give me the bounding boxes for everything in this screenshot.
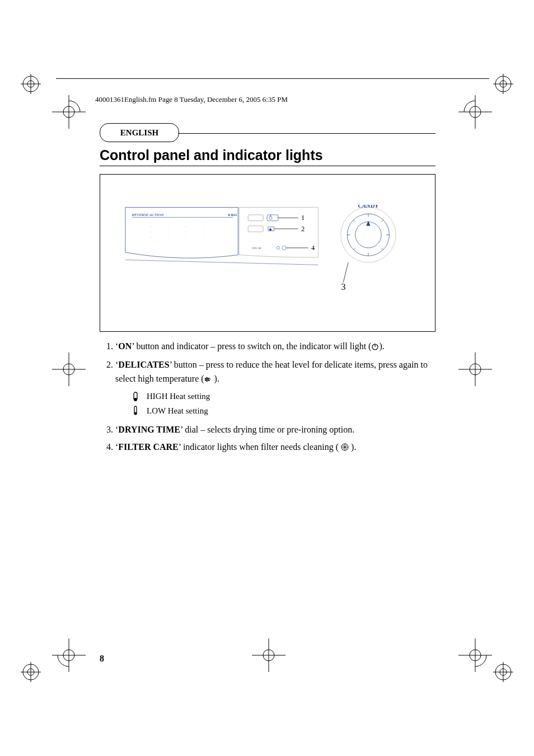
language-rule (178, 133, 435, 134)
svg-text:·: · (203, 236, 204, 238)
svg-text:·: · (151, 236, 151, 238)
svg-point-63 (282, 246, 286, 250)
low-heat-icon (131, 406, 140, 416)
crop-mark-icon (252, 638, 285, 672)
panel-illustration: REVERSE ACTION 6 KG ···· ···· ···· ···· … (106, 205, 430, 300)
crop-mark-icon (458, 638, 492, 672)
svg-text:·: · (151, 220, 151, 223)
svg-text:·: · (185, 236, 186, 238)
low-heat-row: LOW Heat setting (131, 405, 435, 417)
control-panel-diagram: REVERSE ACTION 6 KG ···· ···· ···· ···· … (100, 174, 435, 332)
crop-mark-icon (458, 353, 492, 386)
content-area: ENGLISH Control panel and indicator ligh… (100, 123, 435, 458)
on-label: ON (118, 341, 132, 351)
svg-line-72 (353, 248, 355, 250)
page-number: 8 (100, 654, 104, 664)
registration-mark-icon (20, 73, 42, 95)
svg-line-37 (125, 260, 318, 265)
panel-reverse-action-label: REVERSE ACTION (132, 213, 165, 217)
crop-mark-icon (52, 638, 86, 672)
svg-rect-55 (248, 215, 263, 221)
svg-line-70 (381, 248, 383, 250)
callout-2: 2 (301, 225, 305, 233)
page: 40001361English.fm Page 8 Tuesday, Decem… (0, 0, 534, 756)
svg-point-84 (134, 398, 137, 401)
svg-text:·: · (168, 231, 168, 233)
panel-model-label: CDV 262 (252, 247, 261, 250)
svg-point-57 (269, 217, 272, 219)
header-rule (56, 78, 489, 79)
svg-text:·: · (185, 226, 186, 228)
drying-time-label: DRYING TIME (118, 425, 180, 434)
low-heat-label: LOW Heat setting (147, 405, 208, 417)
svg-text:·: · (203, 231, 204, 233)
page-title: Control panel and indicator lights (100, 147, 435, 163)
crop-mark-icon (52, 95, 86, 129)
crop-mark-icon (52, 353, 86, 386)
delicates-label: DELICATES (118, 360, 169, 369)
svg-text:·: · (185, 220, 186, 223)
language-label: ENGLISH (120, 128, 158, 138)
panel-weight-label: 6 KG (228, 213, 237, 217)
callout-4: 4 (311, 244, 315, 252)
svg-point-86 (134, 412, 137, 415)
language-badge: ENGLISH (100, 123, 179, 142)
list-item: ‘ON’ button and indicator – press to swi… (115, 340, 435, 355)
filter-icon (341, 442, 349, 456)
registration-mark-icon (492, 73, 514, 95)
svg-text:·: · (203, 226, 204, 228)
high-heat-label: HIGH Heat setting (147, 390, 210, 403)
header-filename: 40001361English.fm Page 8 Tuesday, Decem… (95, 95, 478, 104)
list-item: ‘DELICATES’ button – press to reduce the… (115, 358, 435, 417)
svg-line-79 (343, 262, 348, 283)
svg-text:·: · (151, 231, 151, 233)
power-icon (371, 341, 379, 355)
svg-text:·: · (168, 220, 168, 223)
callout-3: 3 (341, 282, 346, 292)
svg-text:·: · (151, 226, 151, 228)
high-heat-row: HIGH Heat setting (131, 390, 435, 403)
brand-label: CANDY (358, 205, 380, 209)
svg-rect-59 (248, 226, 263, 232)
list-item: ‘DRYING TIME’ dial – selects drying time… (115, 423, 435, 437)
svg-text:·: · (185, 231, 186, 233)
heat-settings: HIGH Heat setting LOW Heat setting (131, 390, 435, 417)
svg-text:·: · (168, 226, 168, 228)
svg-marker-66 (366, 221, 370, 226)
instruction-list: ‘ON’ button and indicator – press to swi… (100, 340, 435, 455)
svg-text:✽: ✽ (269, 228, 271, 231)
svg-line-74 (353, 220, 355, 222)
svg-line-68 (381, 220, 383, 222)
filter-care-label: FILTER CARE (118, 442, 178, 452)
heat-icon: ✽ (204, 373, 214, 387)
callout-1: 1 (301, 214, 305, 222)
svg-text:·: · (203, 220, 204, 223)
svg-text:·: · (168, 236, 168, 238)
svg-point-62 (277, 246, 279, 249)
title-rule (100, 166, 435, 166)
high-heat-icon (131, 392, 140, 402)
list-item: ‘FILTER CARE’ indicator lights when filt… (115, 440, 435, 456)
svg-rect-56 (267, 215, 278, 221)
registration-mark-icon (20, 661, 42, 683)
registration-mark-icon (492, 661, 514, 683)
